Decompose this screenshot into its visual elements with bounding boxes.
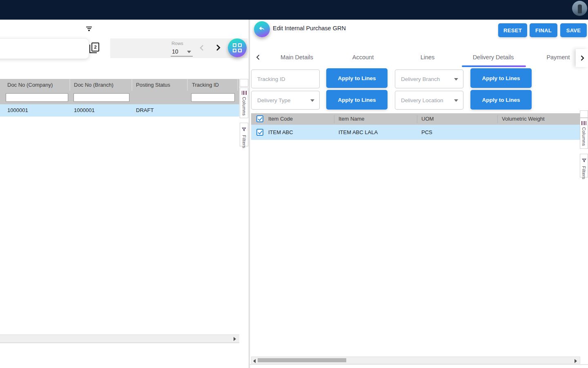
filter-lines-icon[interactable] bbox=[86, 27, 92, 32]
panel-bottom-border bbox=[250, 364, 588, 365]
column-divider bbox=[417, 115, 417, 123]
row-checkbox[interactable] bbox=[256, 129, 263, 136]
chevron-down-icon bbox=[310, 99, 314, 102]
cell-doc-no-branch: 1000001 bbox=[74, 104, 95, 117]
columns-side-tab[interactable]: Columns bbox=[240, 88, 248, 118]
page-title: Edit Internal Purchase GRN bbox=[273, 25, 346, 31]
back-button[interactable] bbox=[254, 21, 270, 37]
filter-funnel-icon bbox=[242, 126, 246, 133]
grid-icon bbox=[233, 43, 242, 52]
column-header-doc-no-branch[interactable]: Doc No (Branch) bbox=[74, 79, 114, 91]
scrollbar-corner bbox=[240, 79, 248, 87]
cell-doc-no-company: 1000001 bbox=[7, 104, 28, 117]
left-table-header: Doc No (Company) Doc No (Branch) Posting… bbox=[0, 79, 239, 91]
cell-item-name: ITEM ABC LALA bbox=[339, 125, 378, 140]
column-header-volumetric-weight[interactable]: Volumetric Weight bbox=[502, 113, 545, 125]
scroll-right-icon[interactable] bbox=[234, 337, 236, 341]
scrollbar-thumb[interactable] bbox=[258, 358, 346, 362]
rows-label: Rows bbox=[172, 41, 183, 46]
filter-2-icon[interactable]: 2 bbox=[89, 43, 99, 54]
columns-icon bbox=[581, 121, 586, 125]
filter-2-front-shape: 2 bbox=[91, 43, 99, 52]
columns-icon bbox=[242, 91, 247, 95]
tab-lines[interactable]: Lines bbox=[401, 49, 454, 67]
column-divider bbox=[497, 115, 498, 123]
pagination-toolbar: Rows 10 bbox=[110, 38, 248, 58]
cell-posting-status: DRAFT bbox=[136, 104, 154, 117]
tracking-id-input[interactable] bbox=[251, 70, 320, 88]
tabs-scroll-right[interactable] bbox=[576, 49, 588, 67]
search-box bbox=[0, 38, 89, 59]
search-input[interactable] bbox=[3, 42, 66, 55]
columns-side-tab-label: Columns bbox=[581, 127, 586, 146]
columns-side-tab[interactable]: Columns bbox=[580, 118, 588, 149]
reset-button[interactable]: RESET bbox=[498, 23, 527, 37]
filters-side-tab[interactable]: Filters bbox=[240, 123, 248, 146]
scroll-right-icon[interactable] bbox=[575, 359, 577, 363]
chevron-right-icon bbox=[579, 55, 585, 61]
tab-bar: Main Details Account Lines Delivery Deta… bbox=[250, 49, 588, 67]
column-header-doc-no-company[interactable]: Doc No (Company) bbox=[7, 79, 53, 91]
scroll-left-icon[interactable] bbox=[253, 359, 256, 363]
lines-table-header: Item Code Item Name UOM Volumetric Weigh… bbox=[251, 113, 580, 125]
filters-side-tab[interactable]: Filters bbox=[580, 154, 588, 177]
column-header-posting-status[interactable]: Posting Status bbox=[136, 79, 170, 91]
tab-payment[interactable]: Payment bbox=[536, 49, 581, 67]
delivery-branch-placeholder: Delivery Branch bbox=[401, 76, 440, 82]
filters-side-tab-label: Filters bbox=[581, 166, 586, 180]
delivery-type-select[interactable]: Delivery Type bbox=[251, 91, 320, 110]
apply-to-lines-branch-button[interactable]: Apply to Lines bbox=[470, 68, 532, 88]
horizontal-scrollbar[interactable] bbox=[251, 357, 580, 364]
chevron-down-icon bbox=[454, 99, 458, 102]
apply-to-lines-location-button[interactable]: Apply to Lines bbox=[470, 90, 532, 110]
columns-side-tab-label: Columns bbox=[242, 97, 247, 116]
scrollbar-corner bbox=[580, 110, 588, 118]
delivery-type-placeholder: Delivery Type bbox=[257, 97, 291, 103]
select-all-checkbox[interactable] bbox=[256, 115, 263, 122]
left-table-filter-row bbox=[0, 91, 239, 104]
edit-grn-panel: Edit Internal Purchase GRN RESET FINAL S… bbox=[250, 20, 588, 368]
tab-delivery-details[interactable]: Delivery Details bbox=[467, 49, 520, 67]
apply-to-lines-tracking-button[interactable]: Apply to Lines bbox=[326, 68, 388, 88]
filter-input-tracking-id[interactable] bbox=[191, 93, 235, 102]
filter-input-doc-no-branch[interactable] bbox=[74, 93, 129, 102]
tab-main-details[interactable]: Main Details bbox=[270, 49, 323, 67]
save-button[interactable]: SAVE bbox=[560, 23, 587, 37]
tab-account[interactable]: Account bbox=[336, 49, 390, 67]
table-row[interactable]: ITEM ABC ITEM ABC LALA PCS bbox=[251, 125, 580, 140]
final-button[interactable]: FINAL bbox=[530, 23, 557, 37]
filter-funnel-icon bbox=[582, 157, 586, 164]
rows-per-page-select[interactable]: 10 bbox=[171, 47, 193, 56]
grid-view-button[interactable] bbox=[228, 38, 247, 57]
tabs-scroll-left-icon[interactable] bbox=[255, 54, 261, 62]
filters-side-tab-label: Filters bbox=[242, 135, 247, 148]
horizontal-scrollbar[interactable] bbox=[0, 334, 239, 343]
user-avatar[interactable] bbox=[572, 1, 587, 16]
apply-to-lines-type-button[interactable]: Apply to Lines bbox=[326, 90, 388, 110]
table-row[interactable]: 1000001 1000001 DRAFT bbox=[0, 104, 239, 117]
next-page-icon[interactable] bbox=[215, 44, 222, 53]
delivery-location-select[interactable]: Delivery Location bbox=[395, 91, 463, 110]
app-root: 2 Rows 10 Doc No (Company) Doc No (Branc… bbox=[0, 0, 588, 368]
chevron-down-icon bbox=[187, 51, 191, 53]
active-tab-underline bbox=[462, 65, 526, 67]
filter-input-doc-no-company[interactable] bbox=[6, 93, 68, 102]
back-arrow-icon bbox=[257, 25, 266, 33]
top-navigation-bar bbox=[0, 0, 588, 20]
column-header-item-name[interactable]: Item Name bbox=[339, 113, 365, 125]
column-header-uom[interactable]: UOM bbox=[421, 113, 434, 125]
document-list-panel: 2 Rows 10 Doc No (Company) Doc No (Branc… bbox=[0, 20, 249, 368]
cell-uom: PCS bbox=[421, 125, 432, 140]
delivery-location-placeholder: Delivery Location bbox=[401, 97, 443, 103]
column-header-tracking-id[interactable]: Tracking ID bbox=[192, 79, 219, 91]
cell-item-code: ITEM ABC bbox=[268, 125, 293, 140]
delivery-branch-select[interactable]: Delivery Branch bbox=[395, 70, 463, 88]
rows-per-page-value: 10 bbox=[172, 48, 178, 55]
column-divider bbox=[334, 115, 334, 123]
column-header-item-code[interactable]: Item Code bbox=[268, 113, 293, 125]
chevron-down-icon bbox=[454, 78, 458, 81]
previous-page-icon[interactable] bbox=[198, 45, 205, 53]
